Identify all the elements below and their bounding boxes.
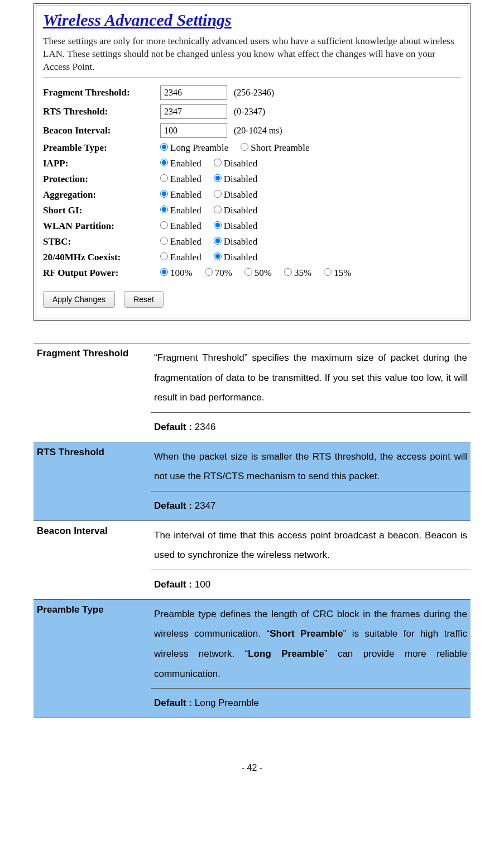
label-fragment-threshold: Fragment Threshold: [43,87,160,98]
radio-label-text: Enabled [170,236,201,247]
default-value: Long Preamble [195,698,259,708]
radio-label-text: Enabled [170,221,201,231]
radio-option[interactable]: Disabled [214,158,257,169]
radio-option[interactable]: Disabled [214,174,257,185]
radio-option[interactable]: Disabled [214,205,257,216]
radio-option[interactable]: Enabled [160,158,201,169]
radio-label-text: 35% [294,268,311,278]
radio-label-text: Long Preamble [170,142,228,153]
radio-input[interactable] [244,268,252,276]
radio-option[interactable]: 50% [244,268,272,279]
radio-option[interactable]: Disabled [214,221,257,232]
radio-option[interactable]: 35% [284,268,311,279]
param-name: Preamble Type [33,599,151,718]
table-row: RTS Threshold When the packet size is sm… [33,442,471,491]
radio-label-text: Short Preamble [251,142,309,153]
radio-input[interactable] [214,221,222,229]
input-beacon-interval[interactable] [160,123,227,138]
radio-input[interactable] [160,221,168,229]
radio-label-text: Disabled [224,252,257,262]
row-wlan-partition: WLAN Partition: EnabledDisabled [43,221,461,232]
radios-preamble-type: Long PreambleShort Preamble [160,142,320,154]
radio-input[interactable] [241,143,248,151]
label-protection: Protection: [43,174,160,185]
radio-input[interactable] [160,174,168,182]
param-desc: “Fragment Threshold” specifies the maxim… [151,343,471,412]
radio-option[interactable]: Enabled [160,174,201,185]
row-preamble-type: Preamble Type: Long PreambleShort Preamb… [43,142,461,154]
radio-option[interactable]: 100% [160,268,193,279]
radio-option[interactable]: Enabled [160,236,201,247]
panel-description: These settings are only for more technic… [43,35,461,74]
radio-label-text: 70% [215,268,232,278]
radios-iapp: EnabledDisabled [160,158,267,169]
radio-label-text: 15% [334,268,351,278]
radio-input[interactable] [214,206,222,213]
radio-option[interactable]: Enabled [160,252,201,263]
radio-input[interactable] [205,268,213,276]
radio-label-text: Enabled [170,252,201,262]
radio-option[interactable]: Long Preamble [160,142,228,154]
range-rts-threshold: (0-2347) [234,107,265,117]
radio-input[interactable] [214,237,222,245]
label-short-gi: Short GI: [43,205,160,216]
settings-panel: Wireless Advanced Settings These setting… [36,6,468,318]
default-label: Default : [154,579,195,590]
row-short-gi: Short GI: EnabledDisabled [43,205,461,216]
label-aggregation: Aggregation: [43,189,160,200]
radio-option[interactable]: Disabled [214,189,257,200]
radio-input[interactable] [160,159,168,166]
radio-input[interactable] [214,159,222,166]
radio-input[interactable] [160,237,168,245]
radio-label-text: Enabled [170,205,201,216]
radio-label-text: Disabled [224,174,257,184]
param-name: RTS Threshold [33,442,151,520]
radio-input[interactable] [214,252,222,260]
param-name: Beacon Interval [33,520,151,599]
radio-option[interactable]: Enabled [160,189,201,200]
default-label: Default : [154,422,195,432]
page-number: - 42 - [33,763,471,773]
radio-input[interactable] [214,174,222,182]
default-value: 100 [195,579,210,590]
input-fragment-threshold[interactable] [160,85,227,100]
row-iapp: IAPP: EnabledDisabled [43,158,461,169]
reset-button[interactable]: Reset [124,291,164,308]
radio-label-text: 50% [255,268,272,278]
radio-input[interactable] [160,190,168,198]
table-row: Beacon Interval The interval of time tha… [33,520,471,570]
radio-input[interactable] [160,206,168,213]
row-rf-power: RF Output Power: 100%70%50%35%15% [43,268,461,279]
radio-input[interactable] [160,143,168,151]
radios-coexist: EnabledDisabled [160,252,267,263]
row-aggregation: Aggregation: EnabledDisabled [43,189,461,200]
radio-input[interactable] [160,268,168,276]
label-wlan-partition: WLAN Partition: [43,221,160,232]
radio-option[interactable]: 70% [205,268,232,279]
radio-option[interactable]: 15% [324,268,351,279]
radio-option[interactable]: Enabled [160,205,201,216]
radio-label-text: Disabled [224,221,257,231]
radio-label-text: Enabled [170,189,201,200]
row-stbc: STBC: EnabledDisabled [43,236,461,247]
page-title: Wireless Advanced Settings [43,11,461,30]
label-rf-power: RF Output Power: [43,268,160,279]
radio-input[interactable] [284,268,292,276]
row-beacon-interval: Beacon Interval: (20-1024 ms) [43,123,461,138]
default-label: Default : [154,698,195,708]
apply-changes-button[interactable]: Apply Changes [43,291,115,308]
param-desc: Preamble type defines the length of CRC … [151,599,471,689]
radio-option[interactable]: Enabled [160,221,201,232]
radio-input[interactable] [214,190,222,198]
radio-input[interactable] [160,252,168,260]
radios-aggregation: EnabledDisabled [160,189,267,200]
radio-option[interactable]: Short Preamble [241,142,309,154]
radio-option[interactable]: Disabled [214,252,257,263]
input-rts-threshold[interactable] [160,104,227,119]
radio-option[interactable]: Disabled [214,236,257,247]
radio-label-text: 100% [170,268,193,278]
label-coexist: 20/40MHz Coexist: [43,252,160,263]
radio-input[interactable] [324,268,332,276]
default-label: Default : [154,500,195,511]
label-preamble-type: Preamble Type: [43,142,160,154]
